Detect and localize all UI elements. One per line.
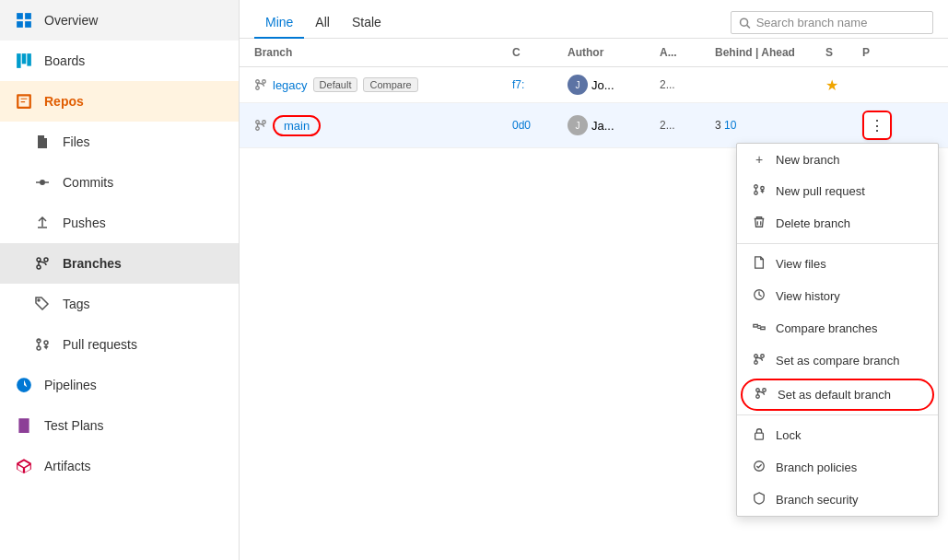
svg-rect-5	[22, 53, 27, 64]
svg-point-33	[755, 361, 758, 365]
menu-item-set-default-branch[interactable]: Set as default branch	[741, 379, 934, 411]
branch-link-main[interactable]: main	[273, 115, 321, 136]
star-icon-legacy[interactable]: ★	[825, 76, 862, 94]
menu-item-branch-policies[interactable]: Branch policies	[737, 451, 938, 484]
menu-item-lock[interactable]: Lock	[737, 419, 938, 451]
sidebar-item-overview[interactable]: Overview	[0, 0, 239, 41]
col-c: C	[512, 46, 568, 59]
sidebar-item-commits[interactable]: Commits	[0, 162, 239, 203]
svg-point-25	[755, 185, 758, 189]
sidebar-item-pipelines[interactable]: Pipelines	[0, 365, 239, 405]
branch-name-legacy[interactable]: legacy Default Compare	[254, 77, 512, 92]
svg-rect-2	[17, 21, 23, 28]
context-menu: + New branch New pull request Delete bra…	[736, 143, 939, 517]
branch-menu-button-main[interactable]: ⋮	[862, 111, 892, 140]
tab-stale[interactable]: Stale	[341, 7, 392, 39]
svg-point-26	[755, 192, 758, 195]
branch-icon-main	[254, 119, 267, 132]
view-files-icon	[752, 256, 767, 272]
sidebar-item-repos[interactable]: Repos	[0, 81, 239, 122]
svg-point-24	[256, 127, 260, 131]
repos-icon	[15, 92, 33, 111]
sidebar-label-test-plans: Test Plans	[44, 418, 104, 433]
view-history-icon	[752, 288, 767, 304]
tab-all[interactable]: All	[304, 7, 341, 39]
menu-item-compare-branches[interactable]: Compare branches	[737, 312, 938, 344]
new-pr-icon	[752, 183, 767, 199]
pipelines-icon	[15, 376, 33, 394]
sidebar-label-files: Files	[63, 134, 90, 149]
sidebar-item-boards[interactable]: Boards	[0, 41, 239, 81]
svg-rect-0	[17, 13, 23, 19]
set-default-icon	[754, 387, 768, 402]
svg-point-17	[741, 18, 748, 26]
svg-point-11	[44, 258, 48, 262]
row-commit-main: 0d0	[512, 119, 568, 132]
svg-point-21	[256, 87, 260, 90]
sidebar-item-test-plans[interactable]: Test Plans	[0, 405, 239, 446]
menu-item-view-files[interactable]: View files	[737, 248, 938, 280]
sidebar-label-pull-requests: Pull requests	[63, 337, 137, 352]
sidebar-item-pull-requests[interactable]: Pull requests	[0, 324, 239, 365]
svg-point-13	[38, 299, 40, 301]
col-p: P	[862, 46, 899, 59]
sidebar-item-tags[interactable]: Tags	[0, 284, 239, 324]
menu-item-branch-security[interactable]: Branch security	[737, 484, 938, 516]
svg-point-15	[37, 346, 41, 350]
branch-link-legacy[interactable]: legacy	[273, 78, 308, 92]
svg-line-18	[747, 25, 750, 28]
sidebar-label-pipelines: Pipelines	[44, 378, 97, 392]
lock-icon	[752, 427, 767, 443]
svg-point-7	[40, 180, 45, 185]
search-input[interactable]	[756, 16, 925, 29]
sidebar-label-overview: Overview	[44, 13, 98, 28]
menu-item-new-branch[interactable]: + New branch	[737, 144, 938, 175]
table-row-main: main 0d0 J Ja... 2... 3 10 ⋮	[240, 103, 948, 148]
svg-rect-29	[754, 324, 757, 327]
sidebar-item-branches[interactable]: Branches	[0, 243, 239, 284]
boards-icon	[15, 52, 33, 70]
menu-item-view-history[interactable]: View history	[737, 280, 938, 312]
svg-point-32	[761, 355, 765, 358]
delete-icon	[752, 216, 767, 231]
ahead-link[interactable]: 10	[724, 119, 736, 132]
branch-icon	[254, 78, 267, 91]
commits-icon	[33, 173, 52, 192]
svg-rect-4	[17, 53, 21, 68]
tab-mine[interactable]: Mine	[254, 7, 304, 39]
menu-item-delete-branch[interactable]: Delete branch	[737, 207, 938, 239]
main-content: Mine All Stale Branch C Author A... Behi…	[240, 0, 948, 560]
set-compare-icon	[752, 353, 767, 368]
col-a: A...	[660, 46, 715, 59]
menu-item-new-pull-request[interactable]: New pull request	[737, 175, 938, 207]
artifacts-icon	[15, 457, 33, 475]
sidebar-label-branches: Branches	[63, 256, 122, 271]
branch-name-main[interactable]: main	[254, 115, 512, 136]
sidebar-label-pushes: Pushes	[63, 216, 106, 230]
svg-point-12	[37, 265, 41, 269]
row-commit-legacy: f7:	[512, 78, 568, 91]
table-row: legacy Default Compare f7: J Jo... 2... …	[240, 67, 948, 103]
sidebar-item-artifacts[interactable]: Artifacts	[0, 446, 239, 486]
svg-rect-30	[761, 327, 765, 330]
sidebar-item-files[interactable]: Files	[0, 122, 239, 162]
svg-point-35	[763, 389, 767, 392]
tag-compare[interactable]: Compare	[363, 77, 417, 92]
tag-default[interactable]: Default	[313, 77, 358, 92]
search-box[interactable]	[731, 11, 933, 34]
sidebar-label-repos: Repos	[44, 94, 84, 109]
files-icon	[33, 133, 52, 151]
col-branch: Branch	[254, 46, 512, 59]
svg-point-23	[263, 121, 266, 124]
col-s: S	[825, 46, 862, 59]
sidebar: Overview Boards Repos Files Commits Push…	[0, 0, 240, 560]
tags-icon	[33, 295, 52, 313]
avatar-legacy: J	[568, 75, 588, 95]
col-behind-ahead: Behind | Ahead	[715, 46, 825, 59]
svg-rect-37	[755, 433, 764, 439]
row-behind-ahead-main: 3 10	[715, 119, 825, 132]
svg-rect-3	[25, 21, 31, 28]
pushes-icon	[33, 214, 52, 232]
menu-item-set-compare-branch[interactable]: Set as compare branch	[737, 344, 938, 377]
sidebar-item-pushes[interactable]: Pushes	[0, 203, 239, 243]
